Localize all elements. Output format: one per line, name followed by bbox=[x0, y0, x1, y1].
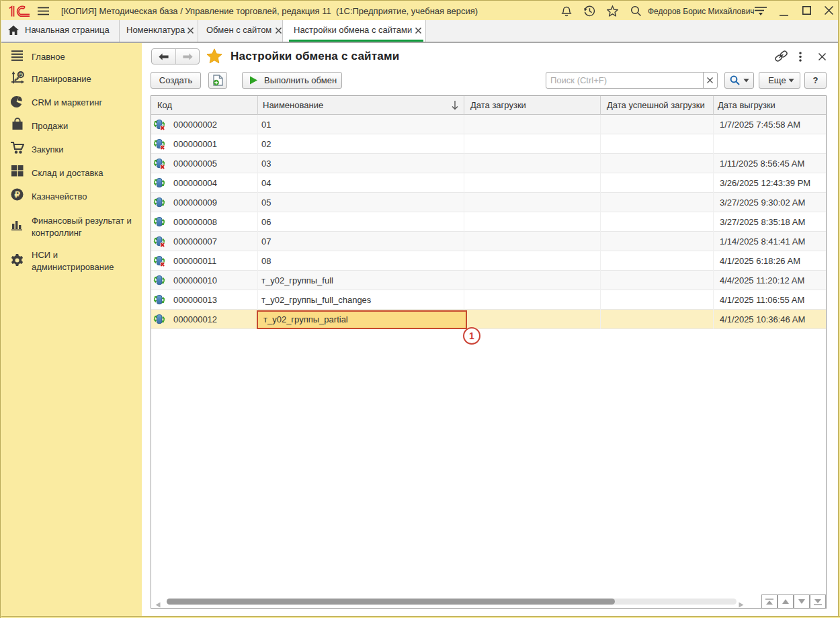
svg-text:₽: ₽ bbox=[19, 71, 22, 78]
svg-text:₽: ₽ bbox=[15, 189, 21, 200]
